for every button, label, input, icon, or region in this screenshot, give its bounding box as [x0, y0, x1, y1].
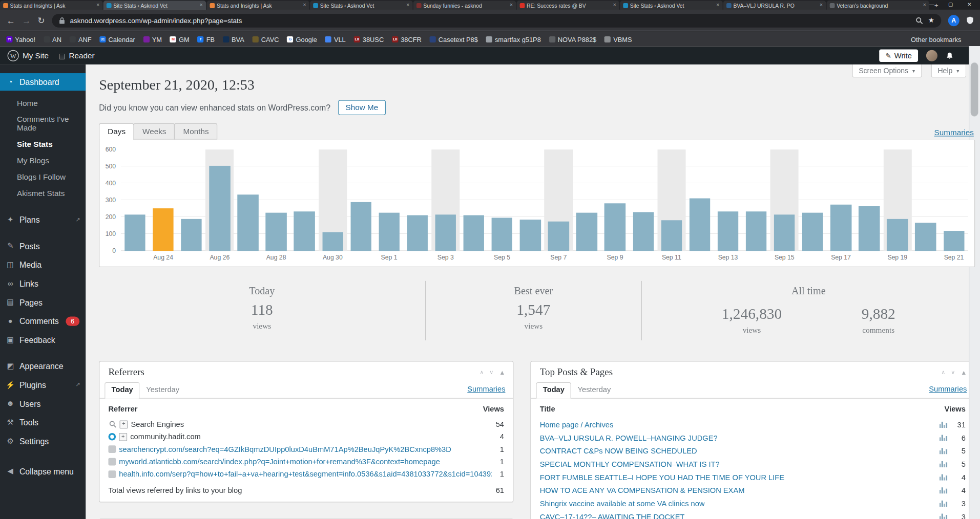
- bookmark-star-icon[interactable]: ★: [928, 16, 934, 25]
- post-link[interactable]: Shingrix vaccine available at some VA cl…: [540, 499, 705, 508]
- lock-icon[interactable]: [59, 16, 65, 24]
- sidebar-item-plugins[interactable]: ⚡Plugins↗: [0, 375, 86, 394]
- help-button[interactable]: Help ▼: [931, 64, 966, 78]
- sidebar-item-plans[interactable]: ✦Plans↗: [0, 210, 86, 229]
- bookmark-an[interactable]: AN: [44, 35, 61, 43]
- bookmark-smartfax-g51p8[interactable]: smartfax g51P8: [486, 35, 541, 43]
- sidebar-subitem-site-stats[interactable]: Site Stats: [0, 136, 86, 153]
- chart-bar[interactable]: [859, 206, 880, 251]
- chart-bar[interactable]: [576, 213, 597, 251]
- post-chart-icon[interactable]: [940, 461, 948, 467]
- show-me-button[interactable]: Show Me: [338, 100, 386, 115]
- chart-bar[interactable]: [464, 215, 485, 251]
- chart-bar[interactable]: [379, 213, 400, 251]
- chart-bar[interactable]: [266, 213, 287, 251]
- post-link[interactable]: SPECIAL MONTHLY COMPENSATION–WHAT IS IT?: [540, 460, 720, 468]
- tab-close-icon[interactable]: ×: [510, 3, 513, 8]
- post-chart-icon[interactable]: [940, 421, 948, 428]
- collapse-menu-button[interactable]: ◀ Collapse menu: [0, 462, 86, 481]
- bookmark-gm[interactable]: MGM: [170, 35, 190, 43]
- screen-options-button[interactable]: Screen Options ▼: [852, 64, 922, 78]
- chart-tab-days[interactable]: Days: [99, 123, 134, 140]
- post-link[interactable]: Home page / Archives: [540, 420, 614, 429]
- close-icon[interactable]: ✕: [960, 0, 979, 10]
- post-link[interactable]: FORT FUMBLE SEATTLE–I HOPE YOU HAD THE T…: [540, 473, 784, 482]
- referrer-link[interactable]: myworld.atlanticbb.com/search/index.php?…: [119, 458, 440, 466]
- chart-bar[interactable]: [407, 215, 428, 251]
- chart-bar[interactable]: [746, 211, 767, 251]
- chart-bar[interactable]: [322, 232, 343, 251]
- back-icon[interactable]: ←: [6, 16, 15, 25]
- chart-bar[interactable]: [887, 219, 908, 251]
- bookmark-anf[interactable]: ANF: [70, 35, 92, 43]
- bookmark-38cfr[interactable]: LII38CFR: [392, 35, 422, 43]
- bookmark-38usc[interactable]: LII38USC: [354, 35, 384, 43]
- chart-bar[interactable]: [209, 166, 230, 251]
- chart-bar[interactable]: [124, 214, 145, 251]
- chart-bar[interactable]: [238, 194, 259, 251]
- expand-icon[interactable]: +: [119, 432, 127, 441]
- bookmark-fb[interactable]: fFB: [198, 35, 215, 43]
- post-chart-icon[interactable]: [940, 513, 948, 519]
- zoom-icon[interactable]: [915, 16, 923, 24]
- scrollbar-thumb[interactable]: [971, 62, 978, 116]
- browser-tab[interactable]: Sunday funnies - asknod×: [413, 1, 516, 10]
- chart-bar[interactable]: [661, 220, 682, 251]
- bookmark-cavc[interactable]: CAVC: [253, 35, 279, 43]
- tab-close-icon[interactable]: ×: [200, 3, 203, 8]
- move-down-icon[interactable]: ∨: [951, 369, 955, 375]
- browser-tab[interactable]: Veteran's background×: [827, 1, 929, 10]
- browser-tab[interactable]: RE: Success rates @ BV×: [516, 1, 619, 10]
- chart-bar[interactable]: [690, 199, 711, 251]
- reader-menu[interactable]: ▤ Reader: [59, 51, 95, 60]
- bookmark-google[interactable]: GGoogle: [287, 35, 317, 43]
- sidebar-item-settings[interactable]: ⚙Settings: [0, 431, 86, 450]
- expand-icon[interactable]: +: [119, 420, 128, 428]
- page-scrollbar[interactable]: [969, 46, 980, 519]
- address-bar[interactable]: asknod.wordpress.com/wp-admin/index.php?…: [52, 13, 941, 27]
- chart-tab-months[interactable]: Months: [174, 123, 217, 140]
- chart-bar[interactable]: [492, 218, 513, 251]
- bookmark-vbms[interactable]: VBMS: [604, 35, 632, 43]
- post-chart-icon[interactable]: [940, 500, 948, 507]
- sidebar-item-dashboard[interactable]: ◔ Dashboard: [0, 73, 86, 91]
- sidebar-item-users[interactable]: ☻Users: [0, 394, 86, 413]
- sidebar-subitem-comments-i-ve-made[interactable]: Comments I've Made: [0, 112, 86, 137]
- chart-bar[interactable]: [181, 219, 202, 251]
- post-chart-icon[interactable]: [940, 434, 948, 441]
- bookmark-vll[interactable]: VLL: [325, 35, 346, 43]
- sidebar-item-links[interactable]: ∞Links: [0, 274, 86, 293]
- browser-tab[interactable]: Stats and Insights | Ask×: [0, 1, 102, 10]
- tab-close-icon[interactable]: ×: [96, 3, 99, 8]
- url-text[interactable]: asknod.wordpress.com/wp-admin/index.php?…: [70, 16, 911, 24]
- browser-tab[interactable]: BVA–VLJ URSULA R. PO×: [723, 1, 826, 10]
- tab-yesterday[interactable]: Yesterday: [140, 383, 185, 398]
- chart-bar[interactable]: [944, 231, 965, 251]
- other-bookmarks-button[interactable]: Other bookmarks: [903, 35, 974, 43]
- bookmark-calendar[interactable]: 31Calendar: [99, 35, 135, 43]
- chart-bar[interactable]: [520, 220, 541, 251]
- chart-bar[interactable]: [718, 211, 739, 251]
- chart-bar[interactable]: [435, 214, 456, 251]
- chart-bar[interactable]: [802, 213, 823, 251]
- chart-bar[interactable]: [294, 211, 315, 251]
- sidebar-item-tools[interactable]: ⚒Tools: [0, 413, 86, 432]
- reload-icon[interactable]: ↻: [37, 16, 45, 25]
- post-link[interactable]: CONTRACT C&Ps NOW BEING SCHEDULED: [540, 446, 697, 455]
- browser-tab[interactable]: Stats and Insights | Ask×: [206, 1, 309, 10]
- chart-bar[interactable]: [153, 208, 174, 251]
- extension-shield-icon[interactable]: [966, 16, 974, 25]
- chart-summaries-link[interactable]: Summaries: [934, 128, 974, 137]
- move-up-icon[interactable]: ∧: [479, 369, 484, 375]
- write-button[interactable]: ✎ Write: [879, 50, 918, 62]
- my-site-menu[interactable]: W My Site: [8, 50, 49, 61]
- chart-bar[interactable]: [830, 205, 851, 251]
- post-chart-icon[interactable]: [940, 487, 948, 493]
- bookmark-ym[interactable]: YM: [143, 35, 162, 43]
- sidebar-item-feedback[interactable]: ▣Feedback: [0, 330, 86, 349]
- sidebar-item-posts[interactable]: ✎Posts: [0, 236, 86, 255]
- post-link[interactable]: HOW TO ACE ANY VA COMPENSATION & PENSION…: [540, 486, 745, 494]
- chart-bar[interactable]: [548, 222, 569, 251]
- tab-close-icon[interactable]: ×: [716, 3, 719, 8]
- sidebar-item-appearance[interactable]: ◩Appearance: [0, 357, 86, 376]
